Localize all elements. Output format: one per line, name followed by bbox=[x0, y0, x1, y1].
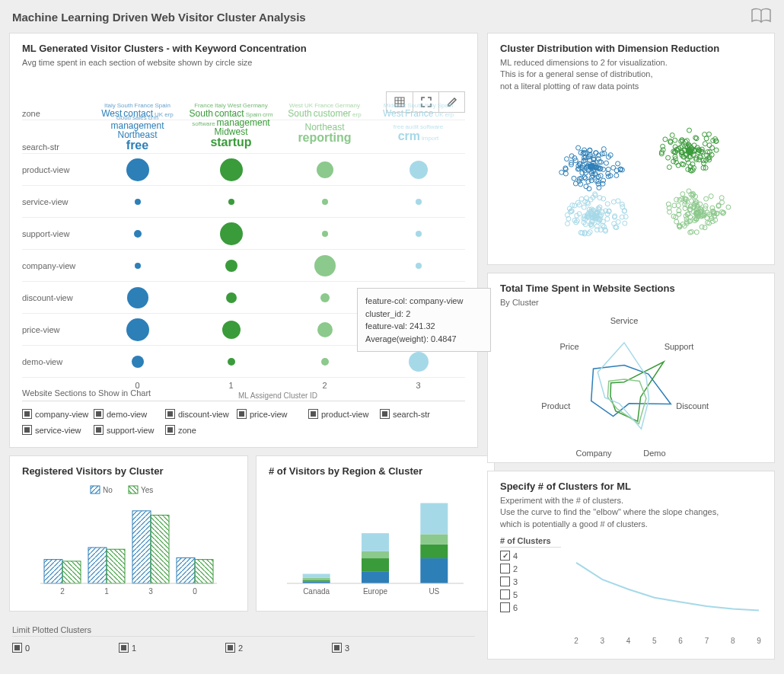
svg-rect-10 bbox=[62, 561, 81, 583]
svg-point-428 bbox=[566, 222, 570, 226]
filter-checkbox[interactable]: product-view bbox=[308, 409, 380, 419]
svg-point-182 bbox=[687, 128, 692, 133]
chart-elbow[interactable]: 23456789 bbox=[561, 555, 766, 647]
svg-text:US: US bbox=[429, 587, 439, 596]
svg-text:No: No bbox=[103, 486, 113, 494]
svg-text:Yes: Yes bbox=[141, 486, 153, 494]
svg-point-97 bbox=[601, 147, 606, 152]
chart-region[interactable]: CanadaEuropeUS bbox=[269, 480, 482, 602]
filter-checkbox[interactable]: search-str bbox=[380, 409, 451, 419]
filter-checkbox[interactable]: service-view bbox=[22, 425, 94, 435]
svg-point-268 bbox=[707, 132, 712, 136]
svg-point-493 bbox=[605, 202, 610, 206]
svg-text:Price: Price bbox=[560, 343, 579, 352]
svg-point-350 bbox=[680, 192, 685, 196]
svg-text:9: 9 bbox=[757, 637, 761, 645]
svg-point-258 bbox=[686, 161, 690, 165]
svg-rect-25 bbox=[303, 573, 330, 577]
svg-rect-34 bbox=[420, 534, 448, 544]
svg-text:3: 3 bbox=[148, 587, 153, 596]
svg-point-191 bbox=[673, 138, 677, 142]
svg-point-54 bbox=[604, 161, 609, 165]
svg-rect-12 bbox=[88, 548, 107, 583]
svg-point-506 bbox=[579, 196, 584, 201]
svg-rect-27 bbox=[362, 571, 389, 583]
svg-text:2: 2 bbox=[60, 587, 65, 596]
svg-point-337 bbox=[694, 230, 699, 235]
panel-elbow: Specify # of Clusters for ML Experiment … bbox=[487, 471, 775, 660]
svg-text:Product: Product bbox=[541, 401, 570, 410]
svg-rect-16 bbox=[151, 515, 169, 583]
svg-point-122 bbox=[614, 174, 619, 178]
svg-text:0: 0 bbox=[193, 587, 197, 596]
svg-text:7: 7 bbox=[705, 637, 709, 645]
svg-point-150 bbox=[563, 171, 568, 176]
svg-point-194 bbox=[670, 133, 674, 138]
svg-point-72 bbox=[587, 187, 591, 191]
svg-text:Company: Company bbox=[576, 449, 613, 458]
limit-checkbox[interactable]: 0 bbox=[12, 643, 119, 653]
svg-point-375 bbox=[704, 196, 709, 201]
tooltip-line: cluster_id: 2 bbox=[365, 308, 483, 321]
svg-text:5: 5 bbox=[652, 637, 657, 645]
limit-checkbox[interactable]: 1 bbox=[119, 643, 225, 653]
chart-radar[interactable]: ServiceSupportDiscountDemoCompanyProduct… bbox=[500, 315, 763, 463]
svg-point-47 bbox=[606, 168, 610, 172]
svg-rect-23 bbox=[303, 580, 330, 581]
svg-point-402 bbox=[616, 199, 620, 203]
svg-point-130 bbox=[573, 181, 578, 186]
svg-rect-35 bbox=[420, 503, 448, 535]
filter-checkbox[interactable]: discount-view bbox=[165, 409, 237, 419]
row-label: demo-view bbox=[22, 357, 91, 366]
svg-point-259 bbox=[710, 145, 715, 150]
page-title: Machine Learning Driven Web Visitor Clus… bbox=[12, 11, 306, 24]
tooltip-line: Average(weight): 0.4847 bbox=[365, 333, 483, 346]
row-label: discount-view bbox=[22, 293, 91, 302]
filter-checkbox[interactable]: company-view bbox=[22, 409, 94, 419]
row-label: company-view bbox=[22, 261, 91, 270]
svg-text:Support: Support bbox=[664, 343, 694, 352]
svg-text:Service: Service bbox=[610, 316, 639, 325]
svg-text:1: 1 bbox=[104, 587, 109, 596]
svg-text:Europe: Europe bbox=[363, 587, 388, 596]
svg-rect-33 bbox=[420, 545, 448, 558]
svg-point-249 bbox=[666, 155, 671, 160]
svg-text:Demo: Demo bbox=[643, 449, 665, 458]
svg-rect-28 bbox=[362, 558, 389, 571]
filter-checkbox[interactable]: support-view bbox=[94, 425, 165, 435]
row-label: zone bbox=[22, 109, 91, 118]
bubble-title: ML Generated Visitor Clusters - with Key… bbox=[22, 43, 465, 54]
radar-title: Total Time Spent in Website Sections bbox=[500, 283, 762, 294]
svg-point-491 bbox=[623, 221, 627, 225]
svg-point-204 bbox=[703, 133, 707, 137]
scatter-title: Cluster Distribution with Dimension Redu… bbox=[500, 43, 762, 54]
tooltip-line: feature-val: 241.32 bbox=[365, 320, 483, 333]
svg-point-139 bbox=[616, 161, 620, 166]
row-label: product-view bbox=[22, 165, 91, 174]
limit-checkbox[interactable]: 2 bbox=[225, 643, 332, 653]
book-icon[interactable] bbox=[751, 8, 772, 27]
svg-point-109 bbox=[565, 157, 569, 161]
limit-checkbox[interactable]: 3 bbox=[332, 643, 438, 653]
bubble-chart[interactable]: zone ItalySouthFranceSpainWestcontactUKe… bbox=[22, 75, 465, 379]
bubble-xaxis-title: ML Assigend Cluster ID bbox=[91, 390, 465, 400]
svg-point-391 bbox=[700, 225, 704, 229]
filter-checkbox[interactable]: price-view bbox=[237, 409, 308, 419]
svg-rect-13 bbox=[107, 549, 125, 583]
svg-point-85 bbox=[559, 170, 564, 174]
svg-rect-29 bbox=[362, 551, 389, 558]
filter-checkbox[interactable]: zone bbox=[165, 425, 237, 435]
chart-scatter[interactable] bbox=[500, 98, 763, 251]
filter-checkbox[interactable]: demo-view bbox=[94, 409, 165, 419]
svg-rect-18 bbox=[177, 557, 195, 583]
svg-rect-9 bbox=[44, 560, 62, 583]
svg-point-360 bbox=[683, 206, 687, 211]
chart-registered[interactable]: NoYes2130 bbox=[22, 480, 235, 602]
svg-point-188 bbox=[714, 148, 719, 152]
svg-point-101 bbox=[572, 176, 576, 180]
svg-point-213 bbox=[685, 139, 690, 143]
svg-text:2: 2 bbox=[574, 637, 578, 645]
elbow-sub: Experiment with the # of clusters.Use th… bbox=[500, 495, 762, 530]
svg-point-358 bbox=[674, 219, 679, 224]
svg-text:Discount: Discount bbox=[676, 401, 709, 410]
